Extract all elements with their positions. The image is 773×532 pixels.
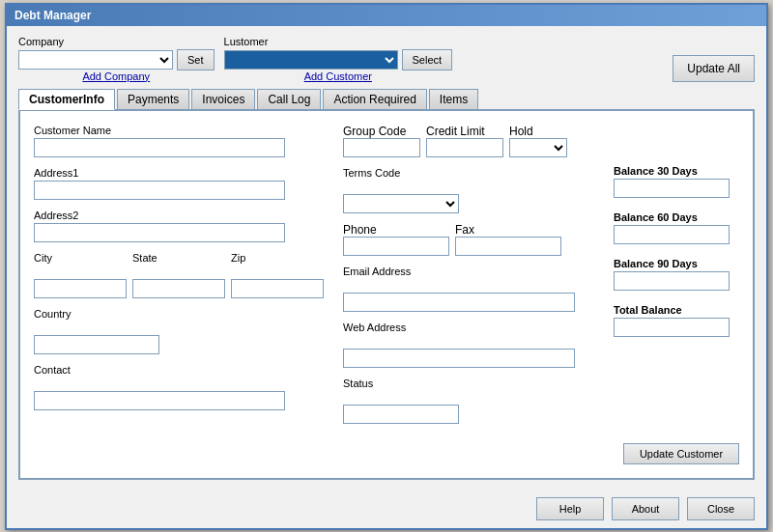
close-button[interactable]: Close <box>687 497 755 520</box>
country-field: Country <box>34 308 324 354</box>
group-code-field: Group Code <box>343 125 420 157</box>
credit-limit-label: Credit Limit <box>426 125 485 138</box>
terms-code-select[interactable] <box>343 194 459 213</box>
tab-calllog[interactable]: Call Log <box>257 89 321 110</box>
tab-customerinfo[interactable]: CustomerInfo <box>18 89 115 110</box>
balance-30-label: Balance 30 Days <box>614 165 739 177</box>
total-balance-label: Total Balance <box>614 304 739 316</box>
web-field: Web Address <box>343 322 604 368</box>
tab-payments[interactable]: Payments <box>117 89 189 110</box>
top-controls: Company Set Add Company Lustomer Select … <box>18 36 755 82</box>
set-button[interactable]: Set <box>177 49 215 70</box>
contact-field: Contact <box>34 364 324 410</box>
company-group: Company Set Add Company <box>18 36 215 82</box>
form-right-col: Group Code Credit Limit <box>343 125 739 464</box>
phone-label: Phone <box>343 223 377 237</box>
address2-field: Address2 <box>34 210 324 242</box>
zip-input[interactable] <box>231 279 324 298</box>
address2-input[interactable] <box>34 223 285 242</box>
tab-invoices[interactable]: Invoices <box>191 89 255 110</box>
customer-name-input[interactable] <box>34 138 285 157</box>
balance-60-field: Balance 60 Days <box>614 211 739 244</box>
web-input[interactable] <box>343 349 575 368</box>
hold-field: Hold <box>509 125 567 157</box>
status-field: Status <box>343 378 604 424</box>
tab-content: Customer Name Address1 Address2 <box>18 109 755 480</box>
status-label: Status <box>343 378 604 389</box>
balance-90-field: Balance 90 Days <box>614 258 739 291</box>
company-label: Company <box>18 36 215 47</box>
terms-code-label: Terms Code <box>343 167 604 179</box>
state-sub-field: State <box>132 252 225 298</box>
customer-name-label: Customer Name <box>34 125 324 136</box>
group-credit-hold-row: Group Code Credit Limit <box>343 125 604 157</box>
tab-actionrequired[interactable]: Action Required <box>323 89 426 110</box>
add-company-link[interactable]: Add Company <box>18 70 215 82</box>
window-title: Debt Manager <box>14 9 91 22</box>
about-button[interactable]: About <box>612 497 679 520</box>
zip-label: Zip <box>231 252 324 264</box>
title-bar: Debt Manager <box>7 5 766 26</box>
customer-name-field: Customer Name <box>34 125 324 157</box>
phone-fax-row: Phone Fax <box>343 223 604 256</box>
company-row: Set <box>18 49 215 70</box>
customer-select[interactable] <box>224 50 398 70</box>
fax-label: Fax <box>455 223 474 237</box>
phone-input[interactable] <box>343 237 449 256</box>
right-section: Group Code Credit Limit <box>343 125 739 434</box>
address1-input[interactable] <box>34 181 285 200</box>
right-main: Group Code Credit Limit <box>343 125 604 434</box>
tab-items[interactable]: Items <box>429 89 478 110</box>
status-input[interactable] <box>343 405 459 424</box>
help-button[interactable]: Help <box>536 497 604 520</box>
select-button[interactable]: Select <box>402 49 453 70</box>
update-customer-button[interactable]: Update Customer <box>623 443 739 464</box>
group-code-label: Group Code <box>343 125 406 138</box>
tabs: CustomerInfo Payments Invoices Call Log … <box>18 88 755 109</box>
country-input[interactable] <box>34 335 159 354</box>
customer-group: Lustomer Select Add Customer <box>224 36 453 82</box>
address2-label: Address2 <box>34 210 324 221</box>
state-input[interactable] <box>132 279 225 298</box>
balance-30-input[interactable] <box>614 179 730 198</box>
address1-field: Address1 <box>34 167 324 200</box>
balance-90-input[interactable] <box>614 271 730 291</box>
company-select[interactable] <box>18 50 173 70</box>
update-customer-area: Update Customer <box>343 443 739 464</box>
address1-label: Address1 <box>34 167 324 179</box>
hold-label: Hold <box>509 125 533 138</box>
city-input[interactable] <box>34 279 127 298</box>
email-field: Email Address <box>343 266 604 312</box>
hold-select[interactable] <box>509 138 567 157</box>
email-label: Email Address <box>343 266 604 277</box>
zip-sub-field: Zip <box>231 252 324 298</box>
window-body: Company Set Add Company Lustomer Select … <box>7 26 766 490</box>
email-input[interactable] <box>343 293 575 312</box>
group-code-input[interactable] <box>343 138 420 157</box>
fax-input[interactable] <box>455 237 561 256</box>
balance-60-label: Balance 60 Days <box>614 211 739 223</box>
credit-limit-input[interactable] <box>426 138 503 157</box>
fax-field: Fax <box>455 223 561 256</box>
web-label: Web Address <box>343 322 604 333</box>
main-window: Debt Manager Company Set Add Company Lus… <box>5 3 768 530</box>
balance-60-input[interactable] <box>614 225 730 244</box>
form-left-col: Customer Name Address1 Address2 <box>34 125 324 464</box>
terms-code-field: Terms Code <box>343 167 604 213</box>
add-customer-link[interactable]: Add Customer <box>224 70 453 82</box>
customer-label: Lustomer <box>224 36 453 47</box>
update-all-button[interactable]: Update All <box>673 55 755 82</box>
balances-col: Balance 30 Days Balance 60 Days Balance … <box>614 125 739 434</box>
total-balance-input[interactable] <box>614 318 730 337</box>
city-label: City <box>34 252 127 264</box>
form-grid: Customer Name Address1 Address2 <box>34 125 739 464</box>
credit-limit-field: Credit Limit <box>426 125 503 157</box>
city-sub-field: City <box>34 252 127 298</box>
balance-90-label: Balance 90 Days <box>614 258 739 269</box>
contact-input[interactable] <box>34 391 285 410</box>
total-balance-field: Total Balance <box>614 304 739 337</box>
country-label: Country <box>34 308 324 320</box>
contact-label: Contact <box>34 364 324 376</box>
state-label: State <box>132 252 225 264</box>
city-state-zip-field: City State Zip <box>34 252 324 298</box>
